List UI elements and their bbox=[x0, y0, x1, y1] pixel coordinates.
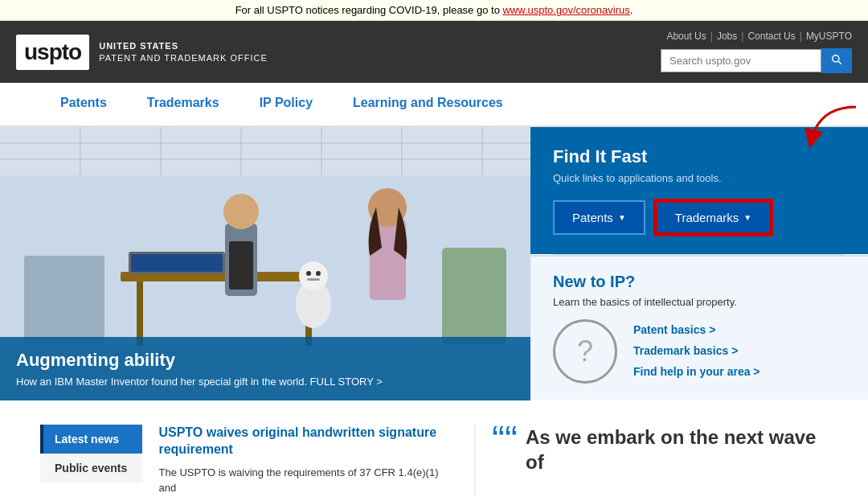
svg-point-24 bbox=[223, 194, 259, 229]
svg-rect-28 bbox=[442, 248, 506, 344]
svg-rect-22 bbox=[307, 278, 320, 281]
bottom-section: Latest news Public events USPTO waives o… bbox=[0, 400, 868, 501]
agency-line2: PATENT AND TRADEMARK OFFICE bbox=[99, 52, 268, 64]
header-links: About Us | Jobs | Contact Us | MyUSPTO bbox=[666, 31, 852, 42]
trademarks-dropdown-icon: ▼ bbox=[743, 213, 751, 222]
patents-dropdown-icon: ▼ bbox=[618, 213, 626, 222]
agency-line1: UNITED STATES bbox=[99, 40, 268, 51]
header: uspto UNITED STATES PATENT AND TRADEMARK… bbox=[0, 21, 868, 83]
search-input[interactable] bbox=[661, 49, 821, 72]
hero-section: Augmenting ability How an IBM Master Inv… bbox=[0, 127, 868, 400]
question-mark-icon: ? bbox=[553, 319, 617, 384]
news-body: The USPTO is waiving the requirements of… bbox=[158, 465, 442, 496]
patent-basics-link[interactable]: Patent basics > bbox=[633, 323, 760, 336]
hero-right-panel: Find It Fast Quick links to applications… bbox=[530, 127, 868, 400]
svg-point-20 bbox=[306, 271, 311, 276]
svg-line-1 bbox=[838, 61, 841, 64]
nip-links: Patent basics > Trademark basics > Find … bbox=[633, 319, 760, 378]
logo-text: uspto bbox=[24, 39, 81, 64]
red-arrow-annotation bbox=[804, 103, 860, 154]
fif-title: Find It Fast bbox=[553, 146, 845, 167]
left-panel: Latest news Public events USPTO waives o… bbox=[40, 425, 442, 496]
fif-subtitle: Quick links to applications and tools. bbox=[553, 172, 845, 184]
header-right: About Us | Jobs | Contact Us | MyUSPTO bbox=[661, 31, 852, 73]
fif-patents-button[interactable]: Patents ▼ bbox=[553, 200, 645, 235]
find-it-fast-panel: Find It Fast Quick links to applications… bbox=[530, 127, 868, 254]
agency-text: UNITED STATES PATENT AND TRADEMARK OFFIC… bbox=[99, 40, 268, 64]
logo-area: uspto UNITED STATES PATENT AND TRADEMARK… bbox=[16, 35, 268, 70]
nip-title: New to IP? bbox=[553, 273, 845, 291]
svg-rect-17 bbox=[131, 254, 223, 272]
new-to-ip-panel: New to IP? Learn the basics of intellect… bbox=[530, 255, 868, 400]
hero-title: Augmenting ability bbox=[16, 350, 514, 371]
logo-box[interactable]: uspto bbox=[16, 35, 89, 70]
nav-trademarks[interactable]: Trademarks bbox=[127, 83, 240, 125]
hero-caption: Augmenting ability How an IBM Master Inv… bbox=[0, 337, 530, 400]
nav-patents[interactable]: Patents bbox=[40, 83, 127, 125]
svg-point-21 bbox=[316, 271, 321, 276]
news-content: USPTO waives original handwritten signat… bbox=[158, 425, 442, 496]
fif-patents-label: Patents bbox=[572, 211, 613, 224]
my-uspto-link[interactable]: MyUSPTO bbox=[806, 31, 852, 42]
main-nav: Patents Trademarks IP Policy Learning an… bbox=[0, 83, 868, 127]
svg-point-0 bbox=[833, 55, 839, 62]
nav-learning[interactable]: Learning and Resources bbox=[333, 83, 523, 125]
sidebar-latest-news[interactable]: Latest news bbox=[40, 425, 142, 454]
contact-us-link[interactable]: Contact Us bbox=[747, 31, 795, 42]
hero-subtitle: How an IBM Master Inventor found her spe… bbox=[16, 376, 514, 388]
trademark-basics-link[interactable]: Trademark basics > bbox=[633, 344, 760, 357]
nip-content: ? Patent basics > Trademark basics > Fin… bbox=[553, 319, 845, 384]
svg-rect-14 bbox=[137, 281, 143, 346]
jobs-link[interactable]: Jobs bbox=[717, 31, 737, 42]
sidebar-nav: Latest news Public events bbox=[40, 425, 142, 496]
svg-rect-3 bbox=[0, 127, 530, 175]
search-bar bbox=[661, 48, 852, 73]
nav-ip-policy[interactable]: IP Policy bbox=[240, 83, 333, 125]
svg-rect-29 bbox=[24, 256, 104, 344]
fif-trademarks-label: Trademarks bbox=[675, 211, 739, 224]
sidebar-public-events[interactable]: Public events bbox=[40, 454, 142, 483]
right-panel: ““ As we embark on the next wave of bbox=[474, 425, 828, 496]
svg-rect-25 bbox=[229, 241, 253, 290]
svg-point-19 bbox=[299, 261, 328, 290]
search-icon bbox=[831, 54, 842, 65]
nip-subtitle: Learn the basics of intellectual propert… bbox=[553, 296, 845, 308]
sidebar-and-news: Latest news Public events USPTO waives o… bbox=[40, 425, 442, 496]
covid-banner: For all USPTO notices regarding COVID-19… bbox=[0, 0, 868, 21]
search-button[interactable] bbox=[821, 48, 852, 73]
fif-trademarks-button[interactable]: Trademarks ▼ bbox=[655, 200, 772, 235]
covid-link[interactable]: www.uspto.gov/coronavirus bbox=[502, 4, 629, 16]
hero-image: Augmenting ability How an IBM Master Inv… bbox=[0, 127, 530, 400]
fif-buttons: Patents ▼ Trademarks ▼ bbox=[553, 200, 845, 235]
about-us-link[interactable]: About Us bbox=[666, 31, 706, 42]
covid-text: For all USPTO notices regarding COVID-19… bbox=[235, 4, 503, 16]
find-help-link[interactable]: Find help in your area > bbox=[633, 365, 760, 378]
news-title: USPTO waives original handwritten signat… bbox=[158, 425, 442, 458]
quote-icon: ““ bbox=[492, 421, 518, 459]
quote-text: As we embark on the next wave of bbox=[526, 426, 816, 473]
